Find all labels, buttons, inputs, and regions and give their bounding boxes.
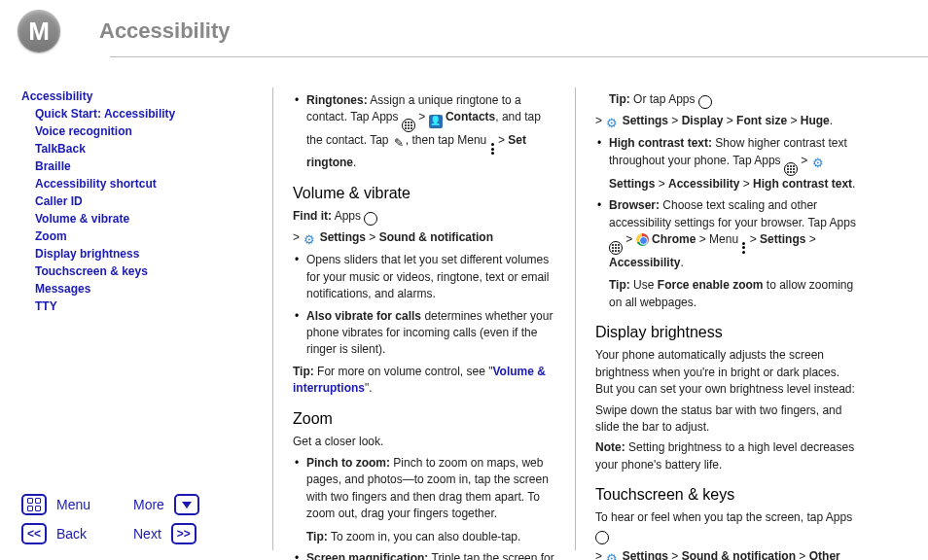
apps-icon [784, 162, 798, 176]
brightness-p1: Your phone automatically adjusts the scr… [595, 347, 858, 398]
chrome-icon [636, 233, 649, 246]
back-label: Back [56, 526, 87, 542]
more-icon [174, 494, 199, 515]
brightness-heading: Display brightness [595, 321, 858, 343]
nav-item-shortcut[interactable]: Accessibility shortcut [35, 175, 261, 192]
back-icon: << [21, 523, 47, 544]
contacts-icon [429, 115, 443, 128]
nav-item-messages[interactable]: Messages [35, 280, 261, 298]
browser-item: Browser: Choose text scaling and other a… [595, 197, 858, 311]
nav-item-quickstart[interactable]: Quick Start: Accessibility [35, 105, 261, 122]
apps-icon [595, 531, 609, 544]
apps-icon [402, 119, 415, 132]
apps-icon [698, 95, 712, 109]
menu-icon [21, 494, 47, 515]
menu-button[interactable]: Menu [21, 494, 133, 515]
volume-sliders-item: Opens sliders that let you set different… [293, 252, 555, 302]
next-icon: >> [171, 523, 196, 544]
gear-icon [811, 157, 825, 170]
brightness-note: Note: Setting brightness to a high level… [595, 439, 858, 473]
nav-item-touchscreen[interactable]: Touchscreen & keys [35, 262, 261, 280]
nav-item-tty[interactable]: TTY [35, 298, 261, 315]
next-label: Next [133, 526, 161, 542]
zoom-heading: Zoom [293, 407, 555, 430]
apps-icon [609, 241, 623, 255]
pinch-zoom-item: Pinch to zoom: Pinch to zoom on maps, we… [293, 455, 555, 545]
gear-icon [605, 552, 619, 560]
nav-item-callerid[interactable]: Caller ID [35, 192, 261, 210]
back-button[interactable]: << Back [21, 523, 133, 544]
high-contrast-item: High contrast text: Show higher contrast… [595, 135, 858, 192]
apps-icon [364, 212, 377, 226]
bottom-nav: Menu More << Back Next >> [21, 494, 261, 544]
more-button[interactable]: More [133, 494, 226, 515]
nav-item-brightness[interactable]: Display brightness [35, 245, 261, 262]
screen-mag-item: Screen magnification: Triple tap the scr… [293, 550, 555, 560]
nav-item-volume[interactable]: Volume & vibrate [35, 210, 261, 228]
nav-item-talkback[interactable]: TalkBack [35, 140, 261, 158]
pencil-icon [392, 137, 406, 151]
zoom-sub: Get a closer look. [293, 434, 555, 450]
nav-root[interactable]: Accessibility [21, 88, 261, 105]
brightness-p2: Swipe down the status bar with two finge… [595, 402, 858, 437]
menu-dots-icon [491, 143, 494, 155]
nav-item-zoom[interactable]: Zoom [35, 228, 261, 245]
volume-vibrate-item: Also vibrate for calls determines whethe… [293, 308, 555, 359]
volume-findit: Find it: Apps [293, 208, 555, 226]
touchscreen-intro: To hear or feel when you tap the screen,… [595, 509, 858, 543]
menu-dots-icon [742, 242, 745, 254]
nav-item-voice[interactable]: Voice recognition [35, 122, 261, 140]
more-label: More [133, 497, 164, 512]
logo-letter: M [28, 17, 50, 47]
content-column-1: Ringtones: Assign a unique ringtone to a… [273, 70, 575, 560]
content-column-2: Tip: Or tap Apps > Settings > Display > … [576, 70, 877, 560]
fontsize-tip: Tip: Or tap Apps [595, 91, 858, 109]
gear-icon [303, 233, 316, 247]
nav-tree: Accessibility Quick Start: Accessibility… [21, 88, 261, 315]
next-button[interactable]: Next >> [133, 523, 226, 544]
menu-label: Menu [56, 497, 90, 512]
volume-tip: Tip: For more on volume control, see "Vo… [293, 364, 555, 398]
touchscreen-heading: Touchscreen & keys [595, 483, 858, 506]
motorola-logo: M [18, 10, 60, 52]
ringtones-item: Ringtones: Assign a unique ringtone to a… [293, 92, 555, 172]
page-title: Accessibility [99, 18, 231, 44]
gear-icon [605, 117, 619, 130]
sidebar: Accessibility Quick Start: Accessibility… [0, 70, 272, 560]
nav-item-braille[interactable]: Braille [35, 158, 261, 175]
header-divider [110, 56, 928, 57]
volume-heading: Volume & vibrate [293, 182, 555, 204]
